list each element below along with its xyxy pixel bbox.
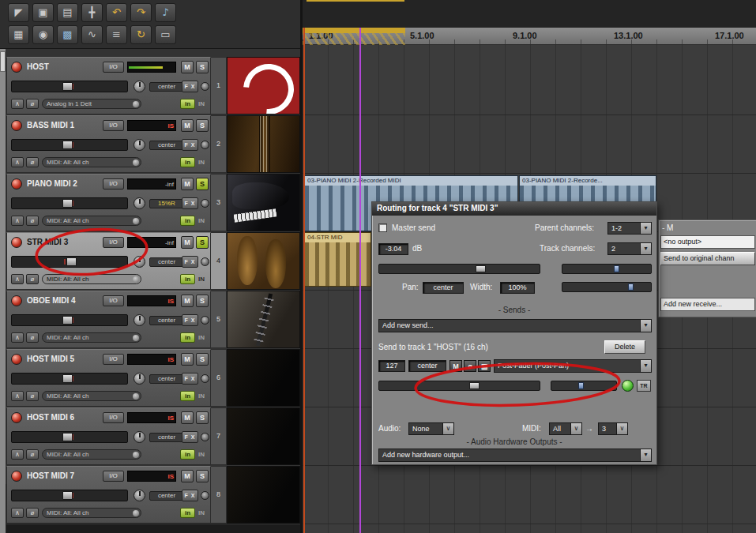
dropdown-arrow-icon[interactable]: ▾ xyxy=(640,449,651,461)
midi-dest-select[interactable]: 3∨ xyxy=(598,422,628,435)
midi-editor-icon[interactable]: ≡ xyxy=(106,25,127,44)
solo-button[interactable]: S xyxy=(196,178,209,190)
record-arm-button[interactable] xyxy=(11,412,22,423)
loop-selection-bar[interactable] xyxy=(303,28,405,33)
volume-fader[interactable] xyxy=(11,197,128,209)
folder-button[interactable]: ∧ xyxy=(11,216,24,226)
phase-button[interactable]: ø xyxy=(26,157,39,167)
send-volume-fader[interactable] xyxy=(378,381,540,391)
folder-button[interactable]: ∧ xyxy=(11,157,24,167)
undo-icon[interactable]: ↶ xyxy=(106,3,127,22)
pan-knob[interactable] xyxy=(134,139,145,151)
io-button[interactable]: I/O xyxy=(103,471,124,482)
solo-button[interactable]: S xyxy=(196,470,209,482)
add-new-send-select[interactable]: Add new send...▾ xyxy=(378,319,652,332)
fader-thumb[interactable] xyxy=(628,283,634,291)
fader-thumb[interactable] xyxy=(62,82,73,91)
routing-matrix-icon[interactable]: ▩ xyxy=(57,25,78,44)
io-button[interactable]: I/O xyxy=(103,237,124,248)
mute-button[interactable]: M xyxy=(181,411,194,424)
master-send-checkbox[interactable] xyxy=(378,223,387,232)
delete-send-button[interactable]: Delete xyxy=(604,340,645,354)
track-width-fader[interactable] xyxy=(562,282,652,292)
fx-bypass-button[interactable] xyxy=(201,374,209,383)
mute-button[interactable]: M xyxy=(181,178,194,190)
input-fx-button[interactable]: in xyxy=(180,332,195,343)
fx-button[interactable]: F X xyxy=(182,490,198,501)
record-arm-button[interactable] xyxy=(11,62,22,73)
fx-button[interactable]: F X xyxy=(182,431,198,443)
fader-thumb[interactable] xyxy=(62,316,73,325)
tcp-arrange-splitter[interactable] xyxy=(300,0,303,533)
solo-button[interactable]: S xyxy=(196,61,209,73)
envelope-icon[interactable]: ∿ xyxy=(81,25,103,44)
fx-bypass-button[interactable] xyxy=(201,199,209,208)
tcp-scrollbar-thumb[interactable] xyxy=(0,51,6,72)
dropdown-arrow-icon[interactable]: ▾ xyxy=(640,360,651,372)
midi-fader-mode-button[interactable]: TR xyxy=(637,380,651,392)
redo-icon[interactable]: ↷ xyxy=(130,3,152,22)
add-hardware-output-select[interactable]: Add new hardware output...▾ xyxy=(378,449,652,462)
io-button[interactable]: I/O xyxy=(103,295,124,306)
phase-button[interactable]: ø xyxy=(26,391,39,401)
fader-thumb[interactable] xyxy=(476,265,486,272)
mute-button[interactable]: M xyxy=(181,353,194,366)
pan-knob[interactable] xyxy=(134,490,145,501)
track-volume-fader[interactable] xyxy=(378,264,540,274)
folder-button[interactable]: ∧ xyxy=(11,274,24,284)
pan-knob[interactable] xyxy=(134,373,145,385)
dialog-titlebar[interactable]: Routing for track 4 "STR MIDI 3" xyxy=(372,202,656,216)
dropdown-arrow-icon[interactable]: ▾ xyxy=(640,320,651,332)
record-arm-button[interactable] xyxy=(11,120,22,131)
folder-button[interactable]: ∧ xyxy=(11,332,24,343)
metronome-icon[interactable]: ♪ xyxy=(155,3,176,22)
io-button[interactable]: I/O xyxy=(103,62,124,73)
pointer-tool-icon[interactable]: ◤ xyxy=(8,3,29,22)
volume-fader[interactable] xyxy=(11,256,128,268)
fader-thumb[interactable] xyxy=(62,141,73,149)
input-fx-button[interactable]: in xyxy=(180,508,195,518)
fader-thumb[interactable] xyxy=(62,199,73,208)
record-mode-icon[interactable]: ◉ xyxy=(32,25,54,44)
track-name[interactable]: OBOE MIDI 4 xyxy=(27,296,101,305)
audio-channel-select[interactable]: None∨ xyxy=(408,422,454,435)
pan-knob[interactable] xyxy=(134,314,145,326)
routing-button[interactable]: MIDI: All: All ch xyxy=(42,391,141,401)
tcp-scrollbar[interactable] xyxy=(0,49,6,533)
input-fx-button[interactable]: in xyxy=(180,274,195,284)
add-new-receive-select[interactable]: Add new receive... xyxy=(660,298,755,311)
dropdown-arrow-icon[interactable]: ▾ xyxy=(640,223,651,234)
track-name[interactable]: HOST MIDI 7 xyxy=(27,471,101,480)
send-phase-button[interactable]: ø xyxy=(464,360,476,372)
track-name[interactable]: HOST MIDI 5 xyxy=(27,355,101,363)
track-name[interactable]: STR MIDI 3 xyxy=(27,238,101,246)
routing-button[interactable]: MIDI: All: All ch xyxy=(42,332,141,343)
fader-thumb[interactable] xyxy=(614,265,619,272)
input-fx-button[interactable]: in xyxy=(180,99,195,109)
phase-button[interactable]: ø xyxy=(26,216,39,226)
track-name[interactable]: PIANO MIDI 2 xyxy=(27,179,101,188)
solo-button[interactable]: S xyxy=(196,119,209,132)
mute-button[interactable]: M xyxy=(181,119,194,132)
folder-button[interactable]: ∧ xyxy=(11,508,24,518)
io-button[interactable]: I/O xyxy=(103,178,124,190)
dropdown-arrow-icon[interactable]: ▾ xyxy=(640,243,651,254)
fx-button[interactable]: F X xyxy=(182,256,198,268)
media-item-strings[interactable]: 04-STR MID xyxy=(304,232,371,287)
input-fx-button[interactable]: in xyxy=(180,157,195,167)
marquee-select-icon[interactable]: ▤ xyxy=(57,3,78,22)
input-fx-button[interactable]: in xyxy=(180,391,195,401)
mute-button[interactable]: M xyxy=(181,61,194,73)
fader-thumb[interactable] xyxy=(62,491,73,500)
solo-button[interactable]: S xyxy=(196,236,209,249)
track-name[interactable]: HOST xyxy=(27,62,101,71)
input-fx-button[interactable]: in xyxy=(180,216,195,226)
fader-thumb[interactable] xyxy=(66,257,77,266)
mute-button[interactable]: M xyxy=(181,236,194,249)
volume-fader[interactable] xyxy=(11,431,128,443)
record-arm-button[interactable] xyxy=(11,295,22,306)
fx-button[interactable]: F X xyxy=(182,197,198,209)
dropdown-arrow-icon[interactable]: ∨ xyxy=(570,423,581,434)
send-mode-select[interactable]: Post-Fader (Post-Pan)▾ xyxy=(494,359,652,373)
item-edit-icon[interactable]: ▣ xyxy=(32,3,54,22)
